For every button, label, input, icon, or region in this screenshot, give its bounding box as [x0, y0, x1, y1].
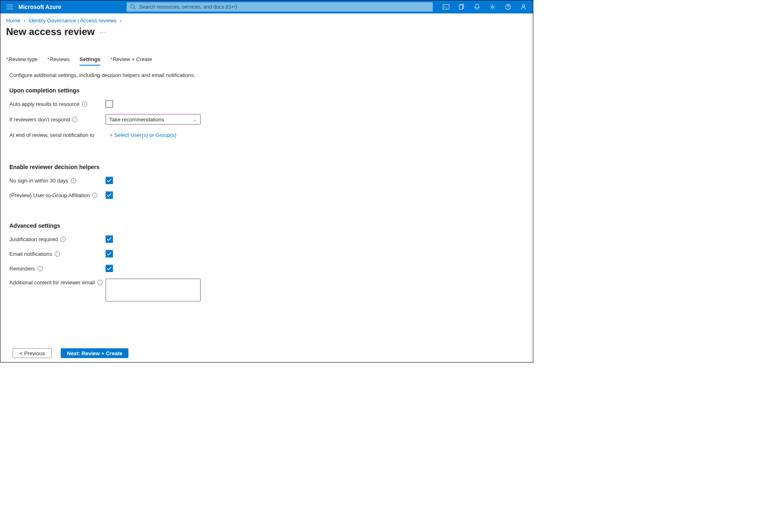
field-no-signin: No sign-in within 30 days i: [9, 176, 524, 185]
breadcrumb: Home › Identity Governance | Access revi…: [0, 13, 533, 24]
tab-settings-label: Settings: [80, 56, 100, 62]
wizard-footer: < Previous Next: Review + Create: [0, 348, 533, 358]
more-actions-icon[interactable]: ···: [100, 29, 106, 36]
top-bar: Microsoft Azure Search resources, servic…: [0, 0, 533, 13]
no-respond-label: If reviewers don't respond: [9, 117, 70, 123]
svg-point-3: [492, 6, 494, 8]
brand-label: Microsoft Azure: [18, 4, 61, 10]
u2g-checkbox[interactable]: [106, 191, 113, 199]
field-u2g: (Preview) User-to-Group Affiliation i: [9, 191, 524, 200]
directory-switch-icon[interactable]: [454, 0, 469, 13]
cloud-shell-icon[interactable]: [438, 0, 454, 13]
field-additional-content: Additional content for reviewer email i: [9, 279, 524, 301]
u2g-label: (Preview) User-to-Group Affiliation: [9, 192, 90, 198]
tab-reviews-label: Reviews: [50, 56, 70, 62]
settings-description: Configure additional settings, including…: [9, 72, 524, 78]
justification-label: Justification required: [9, 236, 58, 242]
auto-apply-checkbox[interactable]: [106, 100, 113, 108]
svg-point-6: [522, 4, 525, 7]
breadcrumb-home[interactable]: Home: [6, 18, 20, 24]
additional-content-textarea[interactable]: [106, 279, 201, 301]
no-signin-label: No sign-in within 30 days: [9, 178, 68, 184]
notifications-icon[interactable]: [469, 0, 485, 13]
svg-rect-2: [459, 5, 463, 9]
chevron-right-icon: ›: [24, 18, 25, 24]
svg-rect-1: [443, 4, 449, 9]
page-title-row: New access review ···: [0, 24, 533, 37]
reminders-checkbox[interactable]: [106, 265, 113, 272]
field-email: Email notifications i: [9, 249, 524, 258]
previous-button[interactable]: < Previous: [13, 348, 52, 358]
info-icon[interactable]: i: [38, 266, 43, 271]
search-placeholder: Search resources, services, and docs (G+…: [139, 4, 237, 10]
hamburger-icon[interactable]: [2, 0, 18, 13]
tab-review-type[interactable]: *Review type: [6, 56, 38, 66]
top-icons: [438, 0, 531, 13]
section-advanced: Advanced settings: [9, 222, 524, 229]
email-label: Email notifications: [9, 251, 52, 257]
tab-review-create[interactable]: *Review + Create: [110, 56, 152, 66]
settings-content: Configure additional settings, including…: [0, 66, 533, 301]
section-decision-helpers: Enable reviewer decision helpers: [9, 164, 524, 170]
feedback-icon[interactable]: [516, 0, 531, 13]
field-auto-apply: Auto apply results to resource i: [9, 99, 524, 108]
info-icon[interactable]: i: [60, 237, 66, 242]
info-icon[interactable]: i: [92, 193, 97, 198]
info-icon[interactable]: i: [82, 101, 87, 107]
settings-icon[interactable]: [485, 0, 500, 13]
field-no-respond: If reviewers don't respond i Take recomm…: [9, 114, 524, 125]
chevron-down-icon: ⌄: [193, 117, 197, 122]
additional-content-label: Additional content for reviewer email: [9, 279, 95, 286]
help-icon[interactable]: [500, 0, 516, 13]
email-checkbox[interactable]: [106, 250, 113, 257]
info-icon[interactable]: i: [97, 280, 103, 285]
reminders-label: Reminders: [9, 266, 35, 272]
next-button[interactable]: Next: Review + Create: [61, 348, 128, 358]
wizard-tabs: *Review type *Reviews Settings *Review +…: [0, 56, 533, 66]
tab-review-create-label: Review + Create: [113, 56, 152, 62]
svg-point-5: [508, 8, 508, 9]
info-icon[interactable]: i: [55, 251, 60, 257]
search-icon: [130, 4, 136, 10]
svg-point-0: [131, 4, 135, 8]
field-reminders: Reminders i: [9, 264, 524, 273]
breadcrumb-identity-governance[interactable]: Identity Governance | Access reviews: [29, 18, 117, 24]
no-respond-value: Take recommendations: [109, 117, 164, 123]
field-justification: Justification required i: [9, 235, 524, 244]
global-search[interactable]: Search resources, services, and docs (G+…: [126, 2, 433, 12]
auto-apply-label: Auto apply results to resource: [9, 101, 80, 107]
tab-reviews[interactable]: *Reviews: [47, 56, 70, 66]
no-signin-checkbox[interactable]: [106, 177, 113, 184]
info-icon[interactable]: i: [72, 117, 77, 122]
tab-settings[interactable]: Settings: [80, 56, 100, 66]
section-upon-completion: Upon completion settings: [9, 87, 524, 94]
info-icon[interactable]: i: [71, 178, 76, 183]
select-users-link[interactable]: + Select User(s) or Group(s): [110, 132, 177, 138]
page-title: New access review: [6, 26, 95, 37]
justification-checkbox[interactable]: [106, 235, 113, 243]
no-respond-select[interactable]: Take recommendations ⌄: [106, 114, 201, 125]
chevron-right-icon: ›: [120, 18, 121, 24]
field-notify: At end of review, send notification to +…: [9, 130, 524, 139]
notify-label: At end of review, send notification to: [9, 132, 94, 138]
tab-review-type-label: Review type: [9, 56, 38, 62]
